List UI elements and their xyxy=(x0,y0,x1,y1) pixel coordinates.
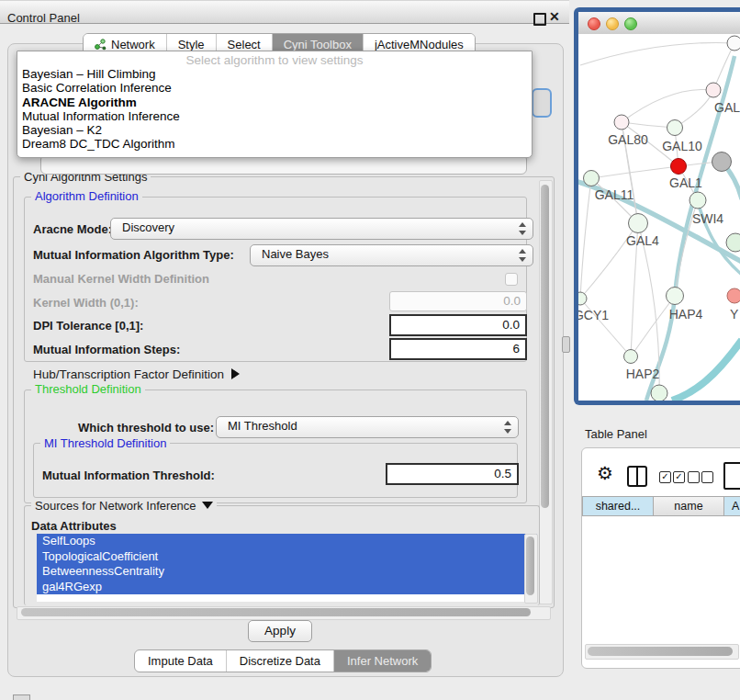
node-label: HAP2 xyxy=(626,367,660,381)
network-node[interactable] xyxy=(614,115,629,130)
attribute-item-selected[interactable]: TopologicalCoefficient xyxy=(37,549,537,565)
which-threshold-value: MI Threshold xyxy=(228,419,297,433)
attribute-item-selected[interactable]: SelfLoops xyxy=(37,534,537,549)
settings-hscrollbar-thumb[interactable] xyxy=(21,608,531,616)
tab-jactivemnodules-label: jActiveMNodules xyxy=(375,38,464,51)
network-canvas[interactable]: GAL GAL80 GAL10 GAL1 GAL11 SWI4 GAL4 GCY… xyxy=(578,34,740,401)
settings-scrollbar[interactable] xyxy=(539,180,553,604)
tab-discretize-data[interactable]: Discretize Data xyxy=(227,650,334,672)
attribute-item-selected[interactable]: gal4RGexp xyxy=(37,580,537,595)
node-label: GAL4 xyxy=(626,233,659,248)
node-label: SWI4 xyxy=(692,211,723,226)
unchecked-checkbox-icon[interactable] xyxy=(701,471,713,483)
data-attributes-list: SelfLoops TopologicalCoefficient Between… xyxy=(37,534,537,602)
network-node[interactable] xyxy=(651,385,667,401)
application-window: Control Panel ✕ Network Style Select Cyn… xyxy=(0,0,740,700)
tab-infer-network[interactable]: Infer Network xyxy=(334,650,431,672)
column-header-shared[interactable]: shared... xyxy=(582,496,654,516)
network-node-gal11[interactable] xyxy=(584,171,600,186)
manual-kernel-label: Manual Kernel Width Definition xyxy=(33,272,209,286)
aracne-mode-combobox[interactable]: Discovery xyxy=(110,218,533,240)
split-columns-icon[interactable] xyxy=(627,466,647,487)
network-node-gal4[interactable] xyxy=(629,214,648,233)
mi-threshold-frame-title: MI Threshold Definition xyxy=(40,437,170,449)
table-panel-title: Table Panel xyxy=(585,427,647,441)
float-window-icon[interactable] xyxy=(533,13,546,26)
mi-steps-field[interactable]: 6 xyxy=(389,338,527,360)
settings-scrollbar-thumb[interactable] xyxy=(541,185,549,508)
dropdown-item[interactable]: Bayesian – Hill Climbing xyxy=(17,67,532,81)
dropdown-item[interactable]: Dream8 DC_TDC Algorithm xyxy=(17,137,532,151)
dropdown-placeholder: Select algorithm to view settings xyxy=(17,51,532,67)
network-node-gal1[interactable] xyxy=(671,159,687,175)
network-node[interactable] xyxy=(706,83,721,97)
mi-type-label: Mutual Information Algorithm Type: xyxy=(33,248,234,262)
kernel-width-label: Kernel Width (0,1): xyxy=(33,296,139,310)
column-header-partial[interactable]: A xyxy=(723,496,740,516)
data-attributes-label: Data Attributes xyxy=(31,519,117,533)
column-header-name[interactable]: name xyxy=(653,496,724,516)
gear-icon[interactable]: ⚙ xyxy=(597,462,613,484)
algorithm-dropdown-popup: Select algorithm to view settings Bayesi… xyxy=(17,51,533,158)
dpi-tolerance-label: DPI Tolerance [0,1]: xyxy=(33,319,143,333)
checked-checkbox-icon[interactable]: ✓ xyxy=(673,471,685,483)
zoom-traffic-light-icon[interactable] xyxy=(624,17,637,30)
dropdown-item[interactable]: Mutual Information Inference xyxy=(17,109,532,123)
manual-kernel-checkbox[interactable] xyxy=(505,273,518,286)
dropdown-item-selected[interactable]: ARACNE Algorithm xyxy=(17,96,532,109)
network-graph: GAL GAL80 GAL10 GAL1 GAL11 SWI4 GAL4 GCY… xyxy=(578,34,740,401)
apply-button[interactable]: Apply xyxy=(248,620,312,642)
table-hscrollbar[interactable] xyxy=(585,644,739,660)
sources-frame-title[interactable]: Sources for Network Inference xyxy=(31,500,217,512)
node-label: GAL11 xyxy=(595,187,634,202)
node-label: Y xyxy=(730,307,739,322)
attributes-scrollbar[interactable] xyxy=(524,534,538,604)
tab-impute-data[interactable]: Impute Data xyxy=(135,650,227,672)
document-icon[interactable] xyxy=(723,462,740,490)
checked-checkbox-icon[interactable]: ✓ xyxy=(659,471,671,483)
minimize-traffic-light-icon[interactable] xyxy=(606,17,619,30)
network-node-hap2[interactable] xyxy=(624,350,638,364)
aracne-mode-value: Discovery xyxy=(122,220,174,234)
network-node-salmon[interactable] xyxy=(727,288,740,303)
table-rows-viewport: YDL19...YDL19...13 YDR27...YDR27...12 YB… xyxy=(581,516,740,638)
collapse-arrow-icon xyxy=(202,502,213,509)
network-node-hap4[interactable] xyxy=(667,288,684,305)
attribute-item-selected[interactable]: BetweennessCentrality xyxy=(37,564,537,580)
threshold-definition-title: Threshold Definition xyxy=(31,383,145,395)
mi-type-combobox[interactable]: Naive Bayes xyxy=(250,244,533,266)
dropdown-item[interactable]: Bayesian – K2 xyxy=(17,123,532,137)
aracne-mode-label: Aracne Mode: xyxy=(33,222,112,236)
tab-select-label: Select xyxy=(228,38,261,51)
table-hscrollbar-thumb[interactable] xyxy=(588,647,733,656)
control-panel-title: Control Panel xyxy=(7,11,80,25)
network-node-gray[interactable] xyxy=(712,152,732,172)
control-panel-titlebar: Control Panel ✕ xyxy=(0,0,569,24)
dpi-tolerance-field[interactable]: 0.0 xyxy=(389,314,527,336)
mi-steps-label: Mutual Information Steps: xyxy=(33,343,180,356)
settings-hscrollbar[interactable] xyxy=(17,606,551,620)
network-node[interactable] xyxy=(726,233,740,252)
unchecked-checkbox-icon[interactable] xyxy=(688,471,700,483)
network-node-swi4[interactable] xyxy=(690,192,706,209)
network-node[interactable] xyxy=(727,36,740,51)
tab-network-label: Network xyxy=(111,38,155,51)
close-traffic-light-icon[interactable] xyxy=(588,17,600,30)
dropdown-item[interactable]: Basic Correlation Inference xyxy=(17,81,532,95)
mi-threshold-field[interactable]: 0.5 xyxy=(386,463,519,485)
node-label: GAL xyxy=(714,100,740,115)
network-window-titlebar xyxy=(578,12,740,35)
network-node-gal10[interactable] xyxy=(667,120,683,136)
hub-definition-expander[interactable]: Hub/Transcription Factor Definition xyxy=(33,367,240,381)
focused-spinner-fragment xyxy=(532,88,552,118)
algorithm-definition-title: Algorithm Definition xyxy=(31,190,142,202)
close-icon[interactable]: ✕ xyxy=(549,9,560,24)
splitter-grip[interactable] xyxy=(562,336,570,353)
kernel-width-field[interactable]: 0.0 xyxy=(389,291,527,311)
which-threshold-combobox[interactable]: MI Threshold xyxy=(216,416,519,438)
node-label: GCY1 xyxy=(578,308,609,322)
attributes-scrollbar-thumb[interactable] xyxy=(526,536,534,595)
node-label: GAL10 xyxy=(662,139,702,153)
tab-style-label: Style xyxy=(178,38,205,51)
network-node-gcy1[interactable] xyxy=(578,292,587,305)
